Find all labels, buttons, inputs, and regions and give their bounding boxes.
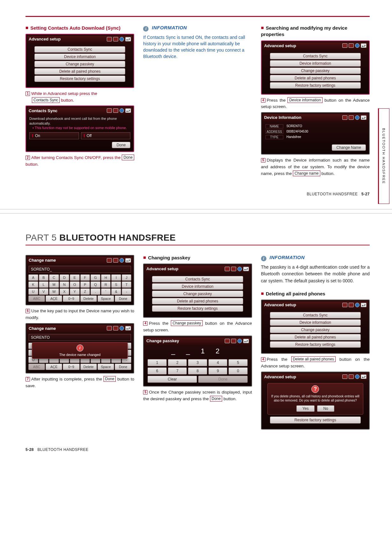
key[interactable]: Z xyxy=(80,288,90,295)
numkey[interactable]: 2 xyxy=(168,359,187,366)
col-passkey: ■ Changing passkey Advanced setup ⮐ Cont… xyxy=(143,254,252,432)
key-delete[interactable]: Delete xyxy=(80,364,97,370)
key[interactable]: I xyxy=(111,274,121,281)
menu-restore[interactable]: Restore factory settings xyxy=(270,417,361,424)
numkey[interactable]: 9 xyxy=(208,367,227,374)
key-space[interactable]: Space xyxy=(98,295,114,302)
key[interactable]: U xyxy=(28,288,38,295)
key[interactable]: G xyxy=(91,274,100,281)
clear-button[interactable]: Clear xyxy=(148,376,197,383)
menu-delete-paired[interactable]: Delete all paired phones xyxy=(152,298,243,304)
key[interactable]: E xyxy=(70,274,80,281)
name-input[interactable]: SORENTO_ xyxy=(29,266,131,273)
bluetooth-icon xyxy=(237,267,242,271)
key-done[interactable]: Done xyxy=(115,295,131,302)
numkey[interactable]: 1 xyxy=(148,359,166,366)
key[interactable]: Y xyxy=(70,288,80,295)
numkey[interactable]: 7 xyxy=(168,367,187,374)
key[interactable]: R xyxy=(101,281,111,288)
menu-delete-paired[interactable]: Delete all paired phones xyxy=(270,75,361,81)
toggle-on[interactable]: On xyxy=(29,132,79,139)
menu-change-passkey[interactable]: Change passkey xyxy=(270,68,361,74)
numkey[interactable]: 6 xyxy=(148,367,166,374)
back-icon[interactable]: ⮐ xyxy=(125,258,131,263)
numkey[interactable]: 3 xyxy=(188,359,207,366)
back-icon[interactable]: ⮐ xyxy=(243,267,249,271)
key-space[interactable]: Space xyxy=(98,364,114,370)
menu-device-info[interactable]: Device information xyxy=(270,319,361,326)
key[interactable]: D xyxy=(60,274,69,281)
menu-change-passkey[interactable]: Change passkey xyxy=(34,61,125,67)
key-numbers[interactable]: 0~9 xyxy=(63,295,79,302)
desc-bullet: • This function may not be supported on … xyxy=(29,126,130,130)
key[interactable]: & xyxy=(111,288,121,295)
back-icon[interactable]: ⮐ xyxy=(125,326,131,330)
key[interactable]: . xyxy=(91,288,100,295)
key[interactable]: V xyxy=(39,288,49,295)
menu-restore[interactable]: Restore factory settings xyxy=(152,305,243,312)
key[interactable]: J xyxy=(122,274,132,281)
numkey[interactable]: 4 xyxy=(208,359,227,366)
menu-contacts-sync[interactable]: Contacts Sync xyxy=(270,53,361,59)
step-5: 5Displays the Device information such as… xyxy=(261,157,370,177)
key[interactable]: A xyxy=(28,274,38,281)
key-done[interactable]: Done xyxy=(115,364,131,370)
key[interactable]: K xyxy=(28,281,38,288)
back-icon[interactable]: ⮐ xyxy=(125,108,131,113)
menu-restore[interactable]: Restore factory settings xyxy=(270,82,361,89)
back-icon[interactable]: ⮐ xyxy=(125,37,131,41)
bluetooth-icon xyxy=(120,37,124,41)
key[interactable]: B xyxy=(39,274,49,281)
done-button[interactable]: Done xyxy=(112,142,131,148)
key[interactable]: - xyxy=(122,288,132,295)
key[interactable]: H xyxy=(101,274,111,281)
done-button[interactable]: Done xyxy=(198,376,248,383)
numkey[interactable]: 0 xyxy=(229,367,247,374)
menu-delete-paired[interactable]: Delete all paired phones xyxy=(34,68,125,75)
menu-restore[interactable]: Restore factory settings xyxy=(270,341,361,348)
key-abc[interactable]: ABC xyxy=(28,364,45,370)
numkey[interactable]: 5 xyxy=(229,359,247,366)
menu-delete-paired[interactable]: Delete all paired phones xyxy=(270,334,361,340)
value-name: SORENTO xyxy=(287,124,302,128)
key[interactable]: F xyxy=(80,274,90,281)
menu-change-passkey[interactable]: Change passkey xyxy=(152,291,243,297)
key[interactable]: L xyxy=(39,281,49,288)
key-numbers[interactable]: 0~9 xyxy=(63,364,79,370)
key[interactable]: X xyxy=(60,288,69,295)
key[interactable]: S xyxy=(111,281,121,288)
menu-device-info[interactable]: Device information xyxy=(152,283,243,290)
numkey[interactable]: 8 xyxy=(188,367,207,374)
back-icon[interactable]: ⮐ xyxy=(361,374,367,379)
menu-contacts-sync[interactable]: Contacts Sync xyxy=(34,46,125,53)
yes-button[interactable]: Yes xyxy=(296,405,315,412)
menu-contacts-sync[interactable]: Contacts Sync xyxy=(152,276,243,282)
menu-device-info[interactable]: Device information xyxy=(270,60,361,67)
key[interactable]: C xyxy=(49,274,59,281)
menu-device-info[interactable]: Device information xyxy=(34,54,125,60)
key[interactable]: P xyxy=(80,281,90,288)
square-bullet-icon: ■ xyxy=(143,255,146,260)
menu-change-passkey[interactable]: Change passkey xyxy=(270,327,361,333)
back-icon[interactable]: ⮐ xyxy=(361,303,367,307)
key[interactable]: O xyxy=(70,281,80,288)
key[interactable]: ' xyxy=(101,288,111,295)
status-icon xyxy=(113,108,118,113)
back-icon[interactable]: ⮐ xyxy=(243,339,249,343)
key[interactable]: W xyxy=(49,288,59,295)
key-abc[interactable]: ABC xyxy=(28,295,45,302)
key-accent[interactable]: AÇÈ xyxy=(46,364,62,370)
key-delete[interactable]: Delete xyxy=(80,295,97,302)
no-button[interactable]: No xyxy=(317,405,334,412)
back-icon[interactable]: ⮐ xyxy=(361,115,367,120)
back-icon[interactable]: ⮐ xyxy=(361,43,367,48)
menu-restore[interactable]: Restore factory settings xyxy=(34,76,125,82)
change-name-button[interactable]: Change Name xyxy=(332,144,366,151)
menu-contacts-sync[interactable]: Contacts Sync xyxy=(270,312,361,318)
key[interactable]: N xyxy=(60,281,69,288)
toggle-off[interactable]: Off xyxy=(81,132,131,139)
key[interactable]: Q xyxy=(91,281,100,288)
key[interactable]: M xyxy=(49,281,59,288)
key[interactable]: T xyxy=(122,281,132,288)
key-accent[interactable]: AÇÈ xyxy=(46,295,62,302)
